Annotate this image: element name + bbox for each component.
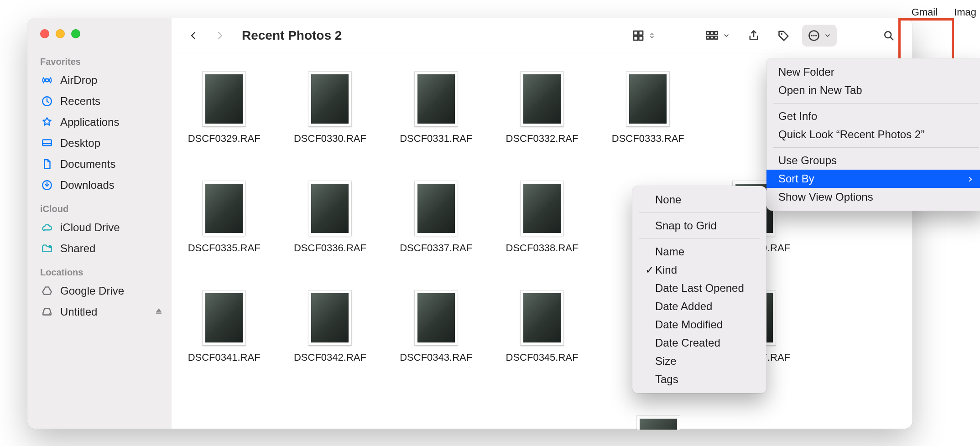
svg-rect-2 (42, 140, 52, 145)
file-thumbnail (308, 290, 351, 345)
menu-item-sort-none[interactable]: None (632, 191, 766, 209)
browser-top-links: Gmail Imag (912, 6, 980, 18)
sidebar-item-airdrop[interactable]: AirDrop (27, 70, 172, 91)
menu-item-sort-tags[interactable]: Tags (632, 370, 766, 389)
file-item[interactable]: DSCF0341.RAF (175, 290, 273, 395)
svg-point-21 (815, 35, 817, 36)
check-icon: ✓ (644, 264, 655, 276)
file-thumbnail (308, 72, 351, 126)
file-label: DSCF0341.RAF (188, 352, 261, 363)
chevron-right-icon (954, 172, 974, 185)
file-item[interactable]: DSCF0336.RAF (281, 181, 379, 286)
file-label: DSCF0330.RAF (294, 133, 366, 145)
menu-item-sort-date-last-opened[interactable]: Date Last Opened (632, 279, 766, 297)
document-icon (40, 157, 54, 171)
cloud-icon (40, 221, 54, 234)
file-item[interactable]: DSCF0333.RAF (599, 72, 697, 176)
file-item[interactable]: DSCF0345.RAF (493, 290, 591, 395)
gmail-link[interactable]: Gmail (912, 6, 938, 18)
file-thumbnail (626, 72, 669, 126)
file-item[interactable]: DSCF0343.RAF (387, 290, 485, 395)
file-item[interactable]: DSCF0337.RAF (387, 181, 485, 286)
menu-separator (639, 213, 760, 213)
file-item[interactable]: DSCF0342.RAF (281, 290, 379, 395)
svg-point-0 (46, 79, 49, 82)
back-button[interactable] (183, 26, 203, 46)
view-icon-mode-button[interactable] (626, 25, 661, 47)
menu-item-sort-size[interactable]: Size (632, 352, 766, 370)
svg-point-17 (781, 33, 783, 35)
forward-button[interactable] (210, 26, 230, 46)
svg-rect-15 (711, 36, 714, 39)
menu-item-label: Kind (655, 264, 677, 276)
file-label: DSCF0342.RAF (294, 352, 366, 363)
menu-item-sort-date-created[interactable]: Date Created (632, 334, 766, 352)
svg-rect-13 (714, 31, 717, 34)
sidebar-item-label: Recents (60, 95, 100, 108)
sidebar-item-recents[interactable]: Recents (27, 91, 172, 112)
menu-item-show-view-options[interactable]: Show View Options (766, 188, 980, 206)
menu-item-use-groups[interactable]: Use Groups (766, 151, 980, 170)
airdrop-icon (40, 73, 54, 87)
file-label: DSCF0329.RAF (188, 133, 261, 145)
group-by-button[interactable] (699, 25, 735, 47)
sidebar-item-applications[interactable]: Applications (27, 112, 172, 133)
chevron-down-icon (824, 32, 831, 39)
menu-item-open-new-tab[interactable]: Open in New Tab (766, 81, 980, 99)
clock-icon (40, 94, 54, 108)
file-label: DSCF0332.RAF (506, 133, 579, 145)
window-controls (27, 29, 172, 48)
file-item[interactable]: DSCF0329.RAF (175, 72, 273, 176)
menu-item-new-folder[interactable]: New Folder (766, 63, 980, 81)
file-item[interactable]: DSCF0330.RAF (281, 72, 379, 176)
file-thumbnail (521, 181, 563, 236)
menu-item-label: Snap to Grid (655, 219, 717, 232)
menu-item-sort-date-added[interactable]: Date Added (632, 297, 766, 316)
file-thumbnail (521, 72, 563, 126)
file-item[interactable]: DSCF0331.RAF (387, 72, 485, 176)
sidebar-item-untitled[interactable]: Untitled (27, 301, 172, 322)
menu-item-sort-snap[interactable]: Snap to Grid (632, 217, 766, 235)
minimize-window-button[interactable] (56, 29, 65, 38)
menu-separator (639, 239, 760, 239)
sidebar-item-label: Desktop (60, 137, 100, 150)
file-label: DSCF0333.RAF (612, 133, 684, 145)
file-thumbnail (203, 290, 245, 345)
menu-item-label: Date Added (655, 300, 712, 313)
menu-item-label: Size (655, 355, 677, 368)
sidebar-item-downloads[interactable]: Downloads (27, 175, 172, 196)
window-title: Recent Photos 2 (242, 28, 342, 43)
menu-separator (773, 103, 979, 104)
file-label: DSCF0336.RAF (294, 242, 366, 254)
sidebar-item-icloud-drive[interactable]: iCloud Drive (27, 217, 172, 238)
sidebar-item-shared[interactable]: Shared (27, 238, 172, 259)
images-link[interactable]: Imag (954, 6, 976, 18)
file-item[interactable]: DSCF0338.RAF (493, 181, 591, 286)
sidebar-item-desktop[interactable]: Desktop (27, 133, 172, 154)
sidebar-item-label: Applications (60, 116, 119, 129)
finder-toolbar: Recent Photos 2 (172, 18, 912, 53)
file-item[interactable]: DSCF0332.RAF (493, 72, 591, 176)
sidebar-item-google-drive[interactable]: Google Drive (27, 280, 172, 301)
menu-item-sort-kind[interactable]: ✓Kind (632, 261, 766, 279)
tags-button[interactable] (772, 25, 796, 47)
svg-point-19 (811, 35, 813, 36)
menu-item-label: Date Modified (655, 318, 723, 331)
more-actions-button[interactable] (802, 25, 837, 47)
file-item[interactable]: DSCF0335.RAF (175, 181, 273, 286)
search-button[interactable] (877, 25, 901, 47)
menu-item-label: Name (655, 245, 684, 258)
menu-item-sort-by[interactable]: Sort By (766, 170, 980, 188)
share-button[interactable] (742, 25, 766, 47)
svg-rect-11 (707, 31, 709, 34)
downloads-icon (40, 178, 54, 192)
sidebar-item-documents[interactable]: Documents (27, 154, 172, 175)
menu-item-label: None (655, 193, 681, 206)
eject-icon[interactable] (154, 306, 163, 318)
menu-item-get-info[interactable]: Get Info (766, 107, 980, 125)
menu-item-quick-look[interactable]: Quick Look “Recent Photos 2” (766, 125, 980, 144)
menu-item-sort-date-modified[interactable]: Date Modified (632, 316, 766, 334)
menu-item-sort-name[interactable]: Name (632, 243, 766, 261)
close-window-button[interactable] (40, 29, 49, 38)
fullscreen-window-button[interactable] (71, 29, 80, 38)
